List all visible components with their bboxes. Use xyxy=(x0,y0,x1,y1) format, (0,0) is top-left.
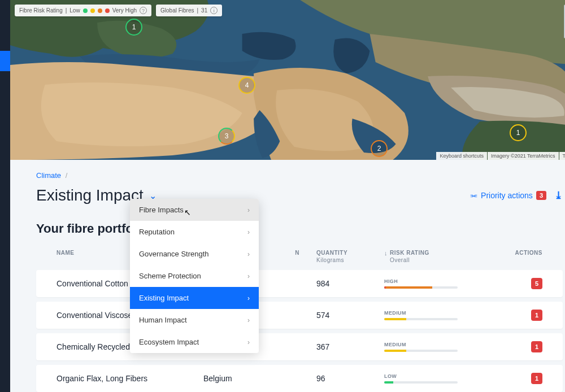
dropdown-item-label: Reputation xyxy=(139,228,175,236)
table-row[interactable]: Chemically Recycled Polyester (GRS)China… xyxy=(36,333,563,360)
risk-bar xyxy=(384,350,458,352)
cell-quantity: 96 xyxy=(316,374,384,383)
dropdown-item-label: Human Impact xyxy=(139,316,187,324)
action-count-badge[interactable]: 5 xyxy=(531,278,542,289)
legend-dot-green xyxy=(83,8,88,13)
dropdown-item[interactable]: Existing Impact› xyxy=(130,287,259,309)
impact-dropdown[interactable]: Fibre Impacts›Reputation›Governance Stre… xyxy=(130,199,259,353)
cell-quantity: 367 xyxy=(316,342,384,351)
cell-actions: 1 xyxy=(486,341,542,352)
cell-quantity: 574 xyxy=(316,311,384,320)
table-row[interactable]: Organic Flax, Long FibersBelgium96LOW1 xyxy=(36,365,563,392)
legend-label: Fibre Risk Rating xyxy=(19,7,63,14)
th-actions[interactable]: ACTIONS xyxy=(486,250,542,263)
sort-down-icon: ↓ xyxy=(384,250,388,256)
cell-risk: LOW xyxy=(384,373,486,384)
dropdown-item[interactable]: Ecosystem Impact› xyxy=(130,331,259,353)
map-marker[interactable]: 1 xyxy=(125,19,142,36)
cell-risk: MEDIUM xyxy=(384,310,486,320)
global-fibres-count: 31 xyxy=(201,7,207,14)
dropdown-item[interactable]: Reputation› xyxy=(130,221,259,243)
dropdown-item-label: Fibre Impacts xyxy=(139,206,184,214)
priority-count-badge: 3 xyxy=(536,191,546,200)
left-nav-rail xyxy=(0,0,10,392)
th-quantity-sub: Kilograms xyxy=(316,257,384,263)
breadcrumb-link[interactable]: Climate xyxy=(36,171,61,180)
chevron-right-icon: › xyxy=(247,338,250,346)
global-fibres-label: Global Fibres xyxy=(160,7,194,14)
action-count-badge[interactable]: 1 xyxy=(531,341,542,352)
priority-actions-link[interactable]: ⫘ Priority actions 3 xyxy=(470,191,546,200)
legend-dot-yellow xyxy=(90,8,95,13)
map-viewport[interactable]: Fibre Risk Rating | Low Very High ? Glob… xyxy=(10,0,565,160)
risk-bar xyxy=(384,286,458,289)
risk-label: LOW xyxy=(384,373,486,379)
attrib-shortcuts[interactable]: Keyboard shortcuts xyxy=(436,152,487,160)
priority-label: Priority actions xyxy=(481,191,533,200)
nav-active-indicator[interactable] xyxy=(0,51,10,71)
map-attribution: Keyboard shortcuts Imagery ©2021 TerraMe… xyxy=(436,152,565,160)
download-icon[interactable]: ⤓ xyxy=(554,189,563,202)
risk-label: MEDIUM xyxy=(384,342,486,347)
chevron-right-icon: › xyxy=(247,206,250,214)
dropdown-item-label: Ecosystem Impact xyxy=(139,338,199,346)
th-risk[interactable]: ↓ RISK RATING Overall xyxy=(384,250,486,263)
th-quantity[interactable]: QUANTITY Kilograms xyxy=(316,250,384,263)
risk-label: MEDIUM xyxy=(384,310,486,316)
table-row[interactable]: Conventional Cotton984HIGH5 xyxy=(36,270,563,297)
legend-dot-orange xyxy=(98,8,102,13)
dropdown-item-label: Scheme Protection xyxy=(139,272,201,280)
cell-risk: MEDIUM xyxy=(384,342,486,352)
dropdown-item-label: Governance Strength xyxy=(139,250,209,258)
action-count-badge[interactable]: 1 xyxy=(531,310,542,321)
breadcrumb-sep: / xyxy=(66,171,68,180)
page-title-text: Existing Impact xyxy=(36,186,144,204)
risk-bar xyxy=(384,318,458,320)
breadcrumb: Climate / xyxy=(36,171,563,180)
map-terrain xyxy=(10,0,565,160)
attrib-imagery: Imagery ©2021 TerraMetrics xyxy=(488,152,559,160)
chevron-right-icon: › xyxy=(247,272,250,280)
dropdown-item[interactable]: Governance Strength› xyxy=(130,243,259,265)
cell-name: Organic Flax, Long Fibers xyxy=(56,374,203,383)
info-icon[interactable]: i xyxy=(210,7,218,14)
legend-dot-red xyxy=(105,8,110,13)
chevron-right-icon: › xyxy=(247,294,250,302)
chevron-right-icon: › xyxy=(247,250,250,258)
map-marker[interactable]: 3 xyxy=(218,128,235,145)
cell-actions: 5 xyxy=(486,278,542,289)
legend-low: Low xyxy=(69,7,80,14)
map-marker[interactable]: 2 xyxy=(371,140,388,157)
dropdown-item-label: Existing Impact xyxy=(139,294,189,302)
dropdown-item[interactable]: Scheme Protection› xyxy=(130,265,259,287)
info-icon[interactable]: ? xyxy=(140,7,147,14)
risk-label: HIGH xyxy=(384,278,486,284)
global-fibres-chip: Global Fibres | 31 i xyxy=(156,5,222,16)
map-marker[interactable]: 1 xyxy=(510,124,527,141)
cell-quantity: 984 xyxy=(316,279,384,288)
cell-origin: Belgium xyxy=(203,374,316,383)
cell-actions: 1 xyxy=(486,373,542,384)
legend-veryhigh: Very High xyxy=(112,7,137,14)
chevron-right-icon: › xyxy=(247,228,250,236)
attrib-terms[interactable]: Terms xyxy=(559,152,566,160)
section-title: Your fibre portfolio xyxy=(36,221,563,236)
th-risk-sub: Overall xyxy=(390,257,429,263)
table-row[interactable]: Conventional Viscose,574MEDIUM1 xyxy=(36,302,563,329)
table-header: NAME N QUANTITY Kilograms ↓ RISK RATING … xyxy=(36,250,563,270)
risk-legend-chip: Fibre Risk Rating | Low Very High ? xyxy=(15,5,151,16)
map-marker[interactable]: 4 xyxy=(238,77,255,94)
chevron-right-icon: › xyxy=(247,316,250,324)
dropdown-item[interactable]: Fibre Impacts› xyxy=(130,199,259,221)
risk-bar xyxy=(384,381,458,384)
spark-icon: ⫘ xyxy=(470,191,477,200)
dropdown-item[interactable]: Human Impact› xyxy=(130,309,259,331)
cell-risk: HIGH xyxy=(384,278,486,289)
cell-actions: 1 xyxy=(486,310,542,321)
action-count-badge[interactable]: 1 xyxy=(531,373,542,384)
